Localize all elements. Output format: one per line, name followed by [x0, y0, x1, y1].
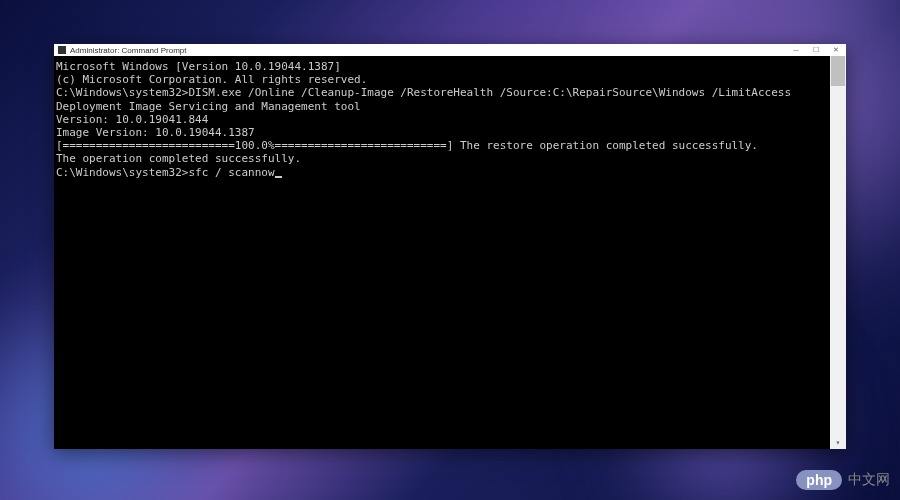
- current-command: sfc / scannow: [188, 166, 274, 179]
- watermark: php 中文网: [796, 470, 890, 490]
- scrollbar-down-icon[interactable]: ▾: [830, 435, 846, 449]
- watermark-text: 中文网: [848, 471, 890, 489]
- app-icon: [58, 46, 66, 54]
- close-button[interactable]: ✕: [830, 46, 842, 54]
- prompt: C:\Windows\system32>: [56, 166, 188, 179]
- titlebar-left: Administrator: Command Prompt: [58, 46, 186, 55]
- window-controls: ─ ☐ ✕: [790, 46, 842, 54]
- watermark-badge: php: [796, 470, 842, 490]
- maximize-button[interactable]: ☐: [810, 46, 822, 54]
- command-prompt-window: Administrator: Command Prompt ─ ☐ ✕ Micr…: [54, 44, 846, 449]
- output-line: Version: 10.0.19041.844: [56, 113, 828, 126]
- output-line: The operation completed successfully.: [56, 152, 828, 165]
- output-line: Deployment Image Servicing and Managemen…: [56, 100, 828, 113]
- window-title: Administrator: Command Prompt: [70, 46, 186, 55]
- terminal-output[interactable]: Microsoft Windows [Version 10.0.19044.13…: [54, 56, 830, 449]
- output-line: [==========================100.0%=======…: [56, 139, 828, 152]
- output-line: Microsoft Windows [Version 10.0.19044.13…: [56, 60, 828, 73]
- minimize-button[interactable]: ─: [790, 46, 802, 54]
- output-line: (c) Microsoft Corporation. All rights re…: [56, 73, 828, 86]
- cursor: [275, 176, 282, 178]
- scrollbar-thumb[interactable]: [831, 56, 845, 86]
- output-line: C:\Windows\system32>DISM.exe /Online /Cl…: [56, 86, 828, 99]
- output-line: Image Version: 10.0.19044.1387: [56, 126, 828, 139]
- titlebar[interactable]: Administrator: Command Prompt ─ ☐ ✕: [54, 44, 846, 56]
- terminal-body: Microsoft Windows [Version 10.0.19044.13…: [54, 56, 846, 449]
- scrollbar[interactable]: ▾: [830, 56, 846, 449]
